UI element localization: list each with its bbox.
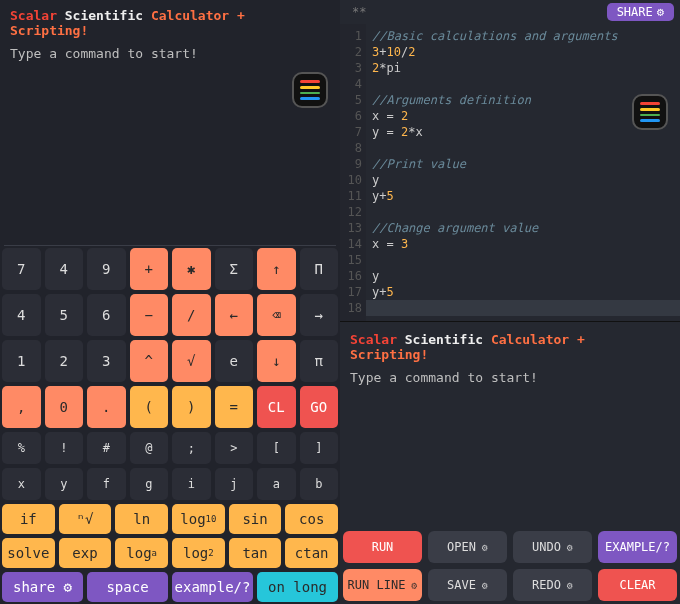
key-[interactable]: ): [172, 386, 211, 428]
key-[interactable]: ↓: [257, 340, 296, 382]
key-[interactable]: ←: [215, 294, 254, 336]
key-j[interactable]: j: [215, 468, 254, 500]
key-[interactable]: Σ: [215, 248, 254, 290]
key-[interactable]: Π: [300, 248, 339, 290]
key-2[interactable]: 2: [45, 340, 84, 382]
key-onlong[interactable]: on long: [257, 572, 338, 602]
code-area[interactable]: //Basic calculations and arguments3+10/2…: [366, 24, 680, 321]
code-line[interactable]: //Print value: [372, 156, 674, 172]
key-loga[interactable]: loga: [115, 538, 168, 568]
key-[interactable]: √: [172, 340, 211, 382]
key-log10[interactable]: log10: [172, 504, 225, 534]
code-line[interactable]: y: [372, 268, 674, 284]
code-line[interactable]: [372, 204, 674, 220]
key-[interactable]: −: [130, 294, 169, 336]
key-log2[interactable]: log2: [172, 538, 225, 568]
key-GO[interactable]: GO: [300, 386, 339, 428]
key-[interactable]: /: [172, 294, 211, 336]
code-line[interactable]: 2*pi: [372, 60, 674, 76]
code-line[interactable]: x = 3: [372, 236, 674, 252]
key-5[interactable]: 5: [45, 294, 84, 336]
key-[interactable]: π: [300, 340, 339, 382]
key-7[interactable]: 7: [2, 248, 41, 290]
key-g[interactable]: g: [130, 468, 169, 500]
code-line[interactable]: y+5: [372, 188, 674, 204]
key-CL[interactable]: CL: [257, 386, 296, 428]
key-if[interactable]: if: [2, 504, 55, 534]
key-x[interactable]: x: [2, 468, 41, 500]
code-line[interactable]: //Arguments definition: [372, 92, 674, 108]
key-6[interactable]: 6: [87, 294, 126, 336]
key-3[interactable]: 3: [87, 340, 126, 382]
key-[interactable]: @: [130, 432, 169, 464]
code-line[interactable]: [372, 140, 674, 156]
key-sin[interactable]: sin: [229, 504, 282, 534]
key-[interactable]: ⌫: [257, 294, 296, 336]
key-[interactable]: !: [45, 432, 84, 464]
key-space[interactable]: space: [87, 572, 168, 602]
undo-button[interactable]: UNDO: [513, 531, 592, 563]
key-[interactable]: >: [215, 432, 254, 464]
key-[interactable]: ]: [300, 432, 339, 464]
code-line[interactable]: [372, 76, 674, 92]
code-line[interactable]: 3+10/2: [372, 44, 674, 60]
line-gutter: 123456789101112131415161718: [340, 24, 366, 321]
key-solve[interactable]: solve: [2, 538, 55, 568]
redo-button[interactable]: REDO: [513, 569, 592, 601]
key-[interactable]: (: [130, 386, 169, 428]
app-logo-icon[interactable]: [292, 72, 328, 108]
share-button[interactable]: SHARE⚙: [607, 3, 674, 21]
key-[interactable]: ✱: [172, 248, 211, 290]
key-[interactable]: ⁿ√: [59, 504, 112, 534]
key-9[interactable]: 9: [87, 248, 126, 290]
title-word-2: Scientific: [65, 8, 143, 23]
key-f[interactable]: f: [87, 468, 126, 500]
key-a[interactable]: a: [257, 468, 296, 500]
key-[interactable]: #: [87, 432, 126, 464]
code-editor[interactable]: 123456789101112131415161718 //Basic calc…: [340, 24, 680, 322]
key-ctan[interactable]: ctan: [285, 538, 338, 568]
key-example[interactable]: example/?: [172, 572, 253, 602]
gear-icon: ⚙: [657, 5, 664, 19]
key-e[interactable]: e: [215, 340, 254, 382]
key-[interactable]: %: [2, 432, 41, 464]
code-line[interactable]: //Change argument value: [372, 220, 674, 236]
key-cos[interactable]: cos: [285, 504, 338, 534]
key-[interactable]: =: [215, 386, 254, 428]
key-1[interactable]: 1: [2, 340, 41, 382]
key-exp[interactable]: exp: [59, 538, 112, 568]
key-[interactable]: .: [87, 386, 126, 428]
console-prompt: Type a command to start!: [0, 40, 340, 67]
key-[interactable]: ↑: [257, 248, 296, 290]
code-line[interactable]: y+5: [372, 284, 674, 300]
app-logo-icon[interactable]: [632, 94, 668, 130]
key-share[interactable]: share ⚙: [2, 572, 83, 602]
key-y[interactable]: y: [45, 468, 84, 500]
key-[interactable]: →: [300, 294, 339, 336]
code-line[interactable]: [372, 252, 674, 268]
code-line[interactable]: x = 2: [372, 108, 674, 124]
key-4[interactable]: 4: [2, 294, 41, 336]
key-[interactable]: [: [257, 432, 296, 464]
key-b[interactable]: b: [300, 468, 339, 500]
run-button[interactable]: RUN: [343, 531, 422, 563]
key-[interactable]: ;: [172, 432, 211, 464]
clear-button[interactable]: CLEAR: [598, 569, 677, 601]
key-i[interactable]: i: [172, 468, 211, 500]
key-[interactable]: ,: [2, 386, 41, 428]
open-button[interactable]: OPEN: [428, 531, 507, 563]
key-[interactable]: +: [130, 248, 169, 290]
example---button[interactable]: EXAMPLE/?: [598, 531, 677, 563]
key-tan[interactable]: tan: [229, 538, 282, 568]
key-[interactable]: ^: [130, 340, 169, 382]
key-0[interactable]: 0: [45, 386, 84, 428]
run-line-button[interactable]: RUN LINE: [343, 569, 422, 601]
code-line[interactable]: //Basic calculations and arguments: [372, 28, 674, 44]
modified-marker: **: [346, 5, 366, 19]
save-button[interactable]: SAVE: [428, 569, 507, 601]
key-ln[interactable]: ln: [115, 504, 168, 534]
code-line[interactable]: y = 2*x: [372, 124, 674, 140]
key-4[interactable]: 4: [45, 248, 84, 290]
editor-toolbar: ** SHARE⚙: [340, 0, 680, 24]
code-line[interactable]: y: [372, 172, 674, 188]
